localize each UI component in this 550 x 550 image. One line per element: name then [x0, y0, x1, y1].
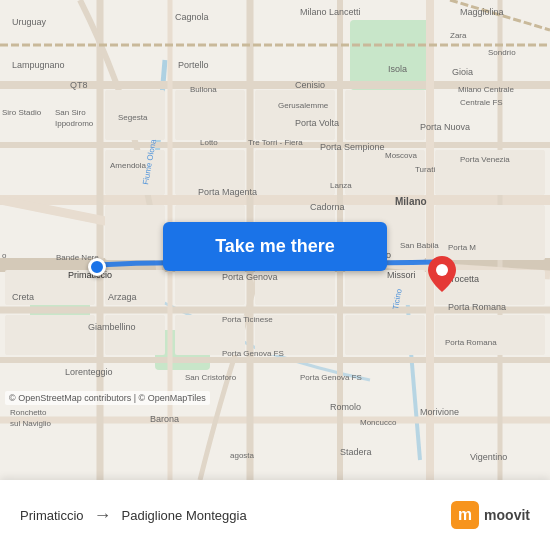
svg-text:Maggiolina: Maggiolina — [460, 7, 504, 17]
svg-text:Barona: Barona — [150, 414, 179, 424]
svg-text:Amendola: Amendola — [110, 161, 147, 170]
svg-rect-23 — [345, 90, 425, 140]
svg-text:Lanza: Lanza — [330, 181, 352, 190]
svg-text:Isola: Isola — [388, 64, 407, 74]
svg-text:Lorenteggio: Lorenteggio — [65, 367, 113, 377]
svg-rect-24 — [105, 150, 165, 195]
destination-marker — [428, 256, 456, 296]
svg-text:Stadera: Stadera — [340, 447, 372, 457]
svg-text:Porta Genova FS: Porta Genova FS — [222, 349, 284, 358]
svg-text:Porta Genova: Porta Genova — [222, 272, 278, 282]
map-container: Uruguay Cagnola Milano Lancetti Maggioli… — [0, 0, 550, 480]
svg-text:Portello: Portello — [178, 60, 209, 70]
svg-text:m: m — [458, 506, 472, 523]
svg-text:Milano Lancetti: Milano Lancetti — [300, 7, 361, 17]
svg-rect-44 — [345, 315, 425, 355]
svg-text:San Cristoforo: San Cristoforo — [185, 373, 237, 382]
svg-text:Moscova: Moscova — [385, 151, 418, 160]
svg-text:QT8: QT8 — [70, 80, 88, 90]
svg-text:Zara: Zara — [450, 31, 467, 40]
svg-text:Milano Centrale: Milano Centrale — [458, 85, 515, 94]
svg-text:Porta Volta: Porta Volta — [295, 118, 339, 128]
svg-text:Cenisio: Cenisio — [295, 80, 325, 90]
svg-text:San Babila: San Babila — [400, 241, 439, 250]
svg-text:Porta Nuova: Porta Nuova — [420, 122, 470, 132]
svg-text:o: o — [2, 251, 7, 260]
svg-rect-29 — [105, 205, 165, 260]
svg-text:Ronchetto: Ronchetto — [10, 408, 47, 417]
svg-text:Cadorna: Cadorna — [310, 202, 345, 212]
svg-text:Porta Genova FS: Porta Genova FS — [300, 373, 362, 382]
svg-text:Gerusalemme: Gerusalemme — [278, 101, 329, 110]
route-origin: Primaticcio — [20, 508, 84, 523]
svg-text:agosta: agosta — [230, 451, 255, 460]
moovit-logo-icon: m — [451, 501, 479, 529]
svg-text:Missori: Missori — [387, 270, 416, 280]
svg-text:Siro Stadio: Siro Stadio — [2, 108, 42, 117]
svg-text:Uruguay: Uruguay — [12, 17, 47, 27]
svg-text:Milano: Milano — [395, 196, 427, 207]
svg-text:Ippodromo: Ippodromo — [55, 119, 94, 128]
svg-text:Tre Torri - Fiera: Tre Torri - Fiera — [248, 138, 303, 147]
take-me-there-button[interactable]: Take me there — [163, 222, 387, 271]
svg-rect-41 — [105, 315, 165, 355]
svg-text:sul Naviglio: sul Naviglio — [10, 419, 51, 428]
svg-text:Moncucco: Moncucco — [360, 418, 397, 427]
svg-text:Porta Ticinese: Porta Ticinese — [222, 315, 273, 324]
svg-text:Arzaga: Arzaga — [108, 292, 137, 302]
svg-text:Porta Sempione: Porta Sempione — [320, 142, 385, 152]
bottom-bar: Primaticcio → Padiglione Monteggia m moo… — [0, 480, 550, 550]
svg-text:Morivione: Morivione — [420, 407, 459, 417]
svg-text:Vigentino: Vigentino — [470, 452, 507, 462]
svg-text:Porta Venezia: Porta Venezia — [460, 155, 510, 164]
svg-text:Lotto: Lotto — [200, 138, 218, 147]
svg-text:Porta M: Porta M — [448, 243, 476, 252]
moovit-brand-name: moovit — [484, 507, 530, 523]
svg-text:Turati: Turati — [415, 165, 435, 174]
route-arrow-icon: → — [94, 505, 112, 526]
svg-text:Lampugnano: Lampugnano — [12, 60, 65, 70]
svg-text:San Siro: San Siro — [55, 108, 86, 117]
svg-text:Sondrio: Sondrio — [488, 48, 516, 57]
svg-rect-45 — [435, 315, 545, 355]
svg-text:Porta Romana: Porta Romana — [448, 302, 506, 312]
svg-text:Porta Romana: Porta Romana — [445, 338, 497, 347]
moovit-logo: m moovit — [451, 501, 530, 529]
svg-rect-22 — [255, 90, 335, 140]
svg-text:Gioia: Gioia — [452, 67, 473, 77]
svg-rect-40 — [5, 315, 95, 355]
map-attribution: © OpenStreetMap contributors | © OpenMap… — [5, 391, 210, 405]
svg-text:Creta: Creta — [12, 292, 34, 302]
svg-text:Centrale FS: Centrale FS — [460, 98, 503, 107]
svg-text:Giambellino: Giambellino — [88, 322, 136, 332]
svg-text:Cagnola: Cagnola — [175, 12, 209, 22]
svg-text:Bullona: Bullona — [190, 85, 217, 94]
svg-text:Segesta: Segesta — [118, 113, 148, 122]
route-destination: Padiglione Monteggia — [122, 508, 247, 523]
svg-point-110 — [436, 264, 448, 276]
svg-rect-2 — [350, 20, 430, 90]
svg-text:Porta Magenta: Porta Magenta — [198, 187, 257, 197]
svg-rect-21 — [175, 90, 245, 140]
origin-marker — [88, 258, 106, 276]
svg-rect-26 — [255, 150, 335, 195]
svg-text:Romolo: Romolo — [330, 402, 361, 412]
